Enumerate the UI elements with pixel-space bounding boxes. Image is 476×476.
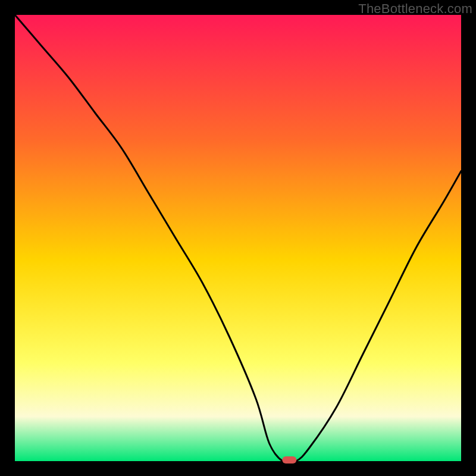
bottleneck-chart [0, 0, 476, 476]
optimal-point-marker [282, 456, 296, 464]
chart-container: TheBottleneck.com [0, 0, 476, 476]
watermark-text: TheBottleneck.com [358, 1, 472, 17]
plot-background [15, 15, 461, 461]
